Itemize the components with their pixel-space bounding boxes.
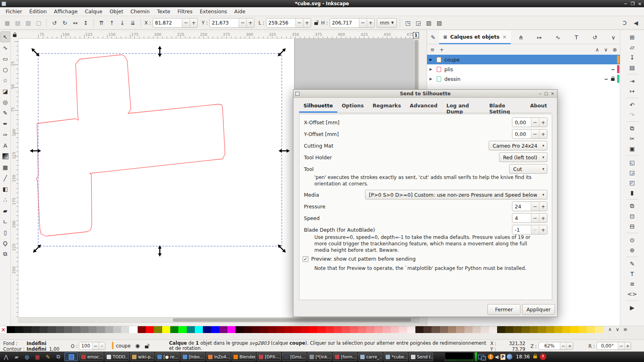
palette-swatch[interactable] [113,326,121,333]
dialog-tab-advanced[interactable]: Advanced [405,101,442,113]
palette-swatch[interactable] [456,326,464,333]
zoom-page-icon[interactable]: ◰ [627,177,638,187]
palette-swatch[interactable] [415,326,423,333]
palette-swatch[interactable] [121,326,129,333]
taskbar-window-lnzo4[interactable]: lnZo4... [206,352,230,361]
clipboard-manager-icon[interactable]: P [500,352,506,361]
deselect-icon[interactable]: ▧ [23,18,33,28]
current-layer-name[interactable]: coupe [116,343,131,349]
snapbar-collapse-icon[interactable]: ◀ [631,18,641,28]
dock-collapse-icon[interactable]: ∨ [607,32,619,43]
scale-stroke-toggle[interactable]: ◳ [403,18,413,28]
dialog-tab-options[interactable]: Options [337,101,368,113]
lower-layer-icon[interactable]: ∨ [604,47,608,53]
ratio-lock-icon[interactable] [314,19,318,27]
blade-depth-value[interactable]: -1 [512,225,531,234]
palette-swatch[interactable] [350,326,358,333]
width-spinner[interactable]: 259,256−+ [266,18,311,28]
layer-name[interactable]: dessin [444,76,460,82]
palette-menu-icon[interactable]: ≡ [623,327,627,332]
palette-swatch[interactable] [391,326,399,333]
tool-holder-dropdown[interactable]: Red (left tool) ▾ [499,152,547,162]
palette-swatch[interactable] [89,326,97,333]
taskbar-window-todo[interactable]: TODO... [105,352,129,361]
tool-dropdown[interactable]: Cut ▾ [509,164,547,174]
minus-button[interactable]: − [92,342,99,350]
tab-layers-objects[interactable]: ≡ Calques et objets × [439,31,511,44]
network-icon[interactable] [507,352,512,361]
gradient-tool[interactable] [0,151,10,162]
palette-swatch[interactable] [129,326,137,333]
palette-swatch[interactable] [162,326,170,333]
zoom-value[interactable]: 62% [539,342,560,350]
palette-swatch[interactable] [203,326,211,333]
path-icon[interactable]: ∿ [552,32,564,43]
node-tool[interactable]: ∿ [0,42,10,53]
dialog-minimize-button[interactable]: ‒ [539,91,541,96]
y-position-value[interactable]: 21,673 [210,19,239,27]
minus-button[interactable]: − [359,19,367,27]
add-layer-icon[interactable]: + [440,47,444,53]
fill-value[interactable]: Indéfini [27,341,46,346]
palette-scroll-down-icon[interactable]: ∨ [616,327,619,332]
page-number-badge[interactable]: 1 [413,32,419,38]
stroke-value[interactable]: Indéfini [27,346,46,352]
height-value[interactable]: 206,717 [330,19,359,27]
lower-icon[interactable]: ↓ [118,18,127,28]
palette-swatch[interactable] [489,326,497,333]
minus-button[interactable]: − [560,342,566,350]
minus-button[interactable]: − [531,202,539,211]
palette-swatch[interactable] [407,326,415,333]
width-value[interactable]: 259,256 [266,19,295,27]
zoom-selection-icon[interactable]: ◱ [627,157,638,167]
box3d-tool[interactable]: ◪ [0,86,10,97]
menu-item-objet[interactable]: Objet [106,8,126,15]
plus-button[interactable]: + [539,130,547,138]
palette-swatch[interactable] [579,326,587,333]
fill-stroke-icon[interactable]: ✎ [427,32,439,43]
pressure-value[interactable]: 24 [512,202,531,211]
menu-item-chemin[interactable]: Chemin [127,8,153,15]
ungroup-icon[interactable]: ⊛ [627,245,638,255]
ruler-lock-icon[interactable] [11,32,19,39]
layer-name[interactable]: coupe [444,57,460,63]
palette-swatch[interactable] [546,326,554,333]
plus-button[interactable]: + [539,118,547,127]
palette-swatch[interactable] [64,326,72,333]
palette-swatch[interactable] [227,326,235,333]
apply-button[interactable]: Appliquer [522,304,555,315]
zoom-drawing-icon[interactable]: ◲ [627,167,638,177]
close-button[interactable]: × [638,1,642,6]
close-dialog-button[interactable]: Fermer [487,304,520,315]
clone-icon[interactable]: ⊡ [627,211,638,221]
warning-icon[interactable]: ! [488,352,493,361]
palette-swatch[interactable] [342,326,350,333]
text-icon[interactable]: T [570,32,582,43]
select-all-layers-icon[interactable]: ▤ [13,18,23,28]
connector-tool[interactable]: ∟ [0,216,10,227]
plus-button[interactable]: + [624,342,631,350]
mesh-tool[interactable]: ▦ [0,162,10,173]
launcher-browser[interactable]: ◍ [22,352,32,361]
palette-swatch[interactable] [358,326,366,333]
volume-icon[interactable]: ◀) [495,352,499,361]
paste-icon[interactable]: ▣ [627,144,638,154]
flip-vertical-icon[interactable]: ↕ [81,18,91,28]
pencil-tool[interactable]: ✎ [0,107,10,118]
blend-mode-icon[interactable]: ≡ [430,47,435,53]
layer-row-coupe[interactable]: ▶coupe [427,55,620,64]
palette-swatch[interactable] [473,326,481,333]
unlink-clone-icon[interactable]: ⊟ [627,221,638,231]
palette-swatch[interactable] [309,326,317,333]
scale-gradient-toggle[interactable]: ▨ [424,18,433,28]
media-dropdown[interactable]: [P>0 S>0 D>=0] Custom: use non-zero Pres… [365,190,547,200]
x-position-spinner[interactable]: 81,872−+ [153,18,198,28]
palette-swatch[interactable] [293,326,301,333]
plus-button[interactable]: + [246,19,254,27]
palette-swatch[interactable] [366,326,374,333]
minus-button[interactable]: − [531,130,539,138]
group-icon[interactable]: ⊙ [627,235,638,245]
export-icon[interactable]: ↦ [533,32,545,43]
palette-swatch[interactable] [260,326,268,333]
spray-tool[interactable]: ∴ [0,194,10,205]
